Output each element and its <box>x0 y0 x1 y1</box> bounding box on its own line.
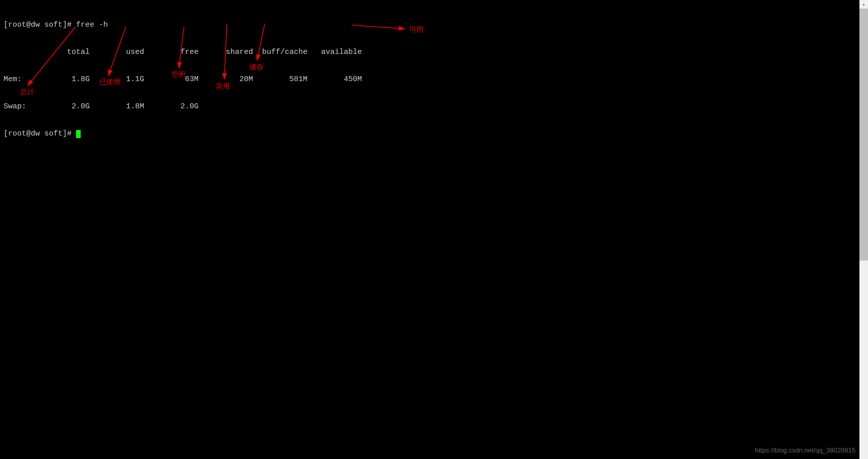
swap-row: Swap: 2.0G 1.8M 2.0G <box>4 102 362 111</box>
scrollbar-thumb[interactable] <box>859 9 868 260</box>
scrollbar-up-button[interactable]: ▴ <box>859 0 868 9</box>
scrollbar[interactable]: ▴ <box>859 0 868 459</box>
annotation-used: 已使用 <box>99 77 120 86</box>
prompt-text: [root@dw soft]# <box>4 21 76 29</box>
prompt-line-2: [root@dw soft]# <box>4 129 362 139</box>
prompt-line-1: [root@dw soft]# free -h <box>4 21 362 30</box>
annotation-shared: 弃用 <box>216 82 230 91</box>
cursor[interactable] <box>76 130 81 138</box>
annotation-total: 总计 <box>20 87 34 96</box>
annotation-free: 空闲 <box>171 70 185 79</box>
header-row: total used free shared buff/cache availa… <box>4 48 362 57</box>
watermark: https://blog.csdn.net/qq_38020915 <box>755 446 856 455</box>
prompt-text-2: [root@dw soft]# <box>4 129 76 138</box>
annotation-available: 可用 <box>409 25 423 34</box>
command-text: free -h <box>76 21 108 29</box>
annotation-buffcache: 缓存 <box>250 62 264 72</box>
